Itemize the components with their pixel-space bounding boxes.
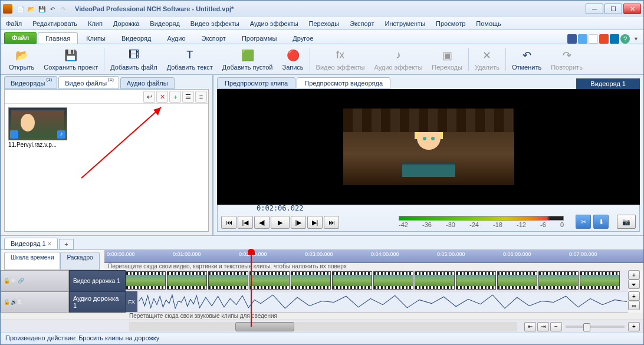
goto-start-button[interactable]: ⏮ [221,216,236,229]
ribbon-Отменить-button[interactable]: ↶Отменить [507,45,546,73]
add-vtrack-button[interactable]: + [628,270,640,280]
ribbon-Запись-button[interactable]: 🔴Запись [278,45,308,73]
menu-sequence[interactable]: Видеоряд [144,18,185,29]
bin-delete-button[interactable]: ✕ [156,91,168,103]
add-atrack-button[interactable]: + [628,291,640,301]
menu-transitions[interactable]: Переходы [304,18,345,29]
speaker-icon[interactable]: 🔊 [11,299,17,305]
facebook-icon[interactable] [567,34,577,44]
bin-tab-video[interactable]: Видео файлы(1) [58,76,119,89]
maximize-button[interactable]: ☐ [604,4,622,14]
menu-track[interactable]: Дорожка [108,18,144,29]
close-button[interactable]: ✕ [623,4,641,14]
ribbon-Сохранить проект-button[interactable]: 💾Сохранить проект [39,45,103,73]
fx-button[interactable]: FX [126,291,137,312]
bin-view-button[interactable]: ☰ [182,91,194,103]
qa-save-icon[interactable]: 💾 [37,4,47,14]
menu-clip[interactable]: Клип [83,18,108,29]
video-track-controls[interactable]: 🔒 👁 🔗 [1,270,69,291]
video-track[interactable] [126,270,628,291]
storyboard-tab[interactable]: Раскадро [60,252,99,270]
twitter-icon[interactable] [578,34,587,44]
ribbon-tab-other[interactable]: Другое [285,32,321,44]
link-icon[interactable]: 🔗 [18,278,24,284]
bin-tab-audio[interactable]: Аудио файлы [120,77,175,89]
scroll-right-button[interactable]: ⇥ [537,322,549,331]
ribbon-Повторить-button[interactable]: ↷Повторить [546,45,587,73]
lock-icon[interactable]: 🔒 [4,278,9,284]
menu-edit[interactable]: Редактировать [27,18,83,29]
timeline-scrollbar[interactable] [129,322,517,331]
ribbon-file-tab[interactable]: Файл [4,32,37,44]
menu-file[interactable]: Файл [1,18,27,29]
solo-icon[interactable]: S [18,299,24,305]
zoom-slider[interactable] [566,326,625,328]
status-bar: Произведено действие: Бросить клипы на д… [1,333,643,344]
zoom-out-button[interactable]: − [550,322,562,331]
bin-undo-button[interactable]: ↩ [143,91,155,103]
ribbon-Удалить-button[interactable]: ✕Удалить [470,45,504,73]
linkedin-icon[interactable] [610,34,619,44]
timeline-ruler[interactable]: 0:00:00.0000:01:00.0000:02:00.0000:03:00… [104,250,643,263]
ribbon-tab-apps[interactable]: Программы [234,32,284,44]
help-icon[interactable]: ? [620,34,630,44]
goto-end-button[interactable]: ⏭ [324,216,339,229]
scroll-left-button[interactable]: ⇤ [524,322,536,331]
zoom-in-button[interactable]: + [628,322,640,331]
audio-track-controls[interactable]: 🔒 🔊 S [1,291,69,313]
audio-track[interactable]: FX [126,291,628,313]
next-frame-button[interactable]: ▶| [307,216,323,229]
qa-open-icon[interactable]: 📂 [27,4,36,14]
lock-icon[interactable]: 🔒 [4,299,9,305]
step-fwd-button[interactable]: |▶ [291,216,306,229]
marker-button[interactable]: ⬇ [593,215,609,229]
vu-meter: -42-36-30-24-18-12-60 [399,216,564,229]
qa-new-icon[interactable]: 📄 [16,4,25,14]
window-title: VideoPad Professional NCH Software - Unt… [71,5,582,12]
ribbon-Видео эффекты-button[interactable]: fxВидео эффекты [311,45,370,73]
playhead[interactable] [251,250,252,327]
ribbon-Добавить пустой-button[interactable]: 🟩Добавить пустой [218,45,278,73]
ribbon-tab-clips[interactable]: Клипы [78,32,113,44]
ribbon-tab-audio[interactable]: Аудио [160,32,193,44]
timeline-tab[interactable]: Шкала времени [4,252,60,270]
clip-thumbnail[interactable]: ♪ 11.Pervyi.raz.v.p... [8,107,67,148]
menu-audiofx[interactable]: Аудио эффекты [245,18,304,29]
ribbon-Переходы-button[interactable]: ▣Переходы [427,45,467,73]
bin-list-button[interactable]: ≡ [195,91,207,103]
step-back-button[interactable]: ◀| [254,216,270,229]
add-sequence-button[interactable]: + [59,239,73,249]
preview-tab-clip[interactable]: Предпросмотр клипа [217,77,295,89]
ribbon-tab-export[interactable]: Экспорт [194,32,234,44]
atrack-link-button[interactable]: ∞ [628,301,640,310]
menu-help[interactable]: Помощь [471,18,507,29]
vtrack-menu-button[interactable]: ⏷ [628,280,640,289]
qa-redo-icon[interactable]: ↷ [58,4,68,14]
menu-tools[interactable]: Инструменты [380,18,431,29]
stumble-icon[interactable] [599,34,609,44]
preview-tab-sequence[interactable]: Предпросмотр видеоряда [297,77,390,89]
qa-undo-icon[interactable]: ↶ [48,4,57,14]
split-button[interactable]: ✂ [576,215,591,229]
eye-icon[interactable]: 👁 [11,278,17,284]
menu-view[interactable]: Просмотр [431,18,471,29]
menu-bar: Файл Редактировать Клип Дорожка Видеоряд… [1,17,643,30]
overlay-track-hint: Перетащите сюда свои видео, картинки и т… [104,263,643,270]
menu-export[interactable]: Экспорт [344,18,379,29]
ribbon-tab-sequence[interactable]: Видеоряд [114,32,159,44]
bin-tab-sequences[interactable]: Видеоряды(1) [4,76,57,89]
play-button[interactable]: ▶ [271,216,290,229]
bin-add-button[interactable]: ＋ [169,91,181,103]
collapse-ribbon-icon[interactable]: ▼ [631,36,641,42]
snapshot-button[interactable]: 📷 [617,215,636,229]
ribbon-Открыть-button[interactable]: 📂Открыть [4,45,39,73]
menu-videofx[interactable]: Видео эффекты [185,18,245,29]
sequence-tab[interactable]: Видеоряд 1 × [4,238,58,249]
ribbon-Добавить файл-button[interactable]: 🎞Добавить файл [106,45,162,73]
ribbon-Добавить текст-button[interactable]: TДобавить текст [162,45,218,73]
ribbon-tab-home[interactable]: Главная [38,32,78,44]
google-icon[interactable] [589,34,598,44]
prev-frame-button[interactable]: |◀ [238,216,253,229]
minimize-button[interactable]: ─ [586,4,603,14]
ribbon-Аудио эффекты-button[interactable]: ♪Аудио эффекты [370,45,428,73]
